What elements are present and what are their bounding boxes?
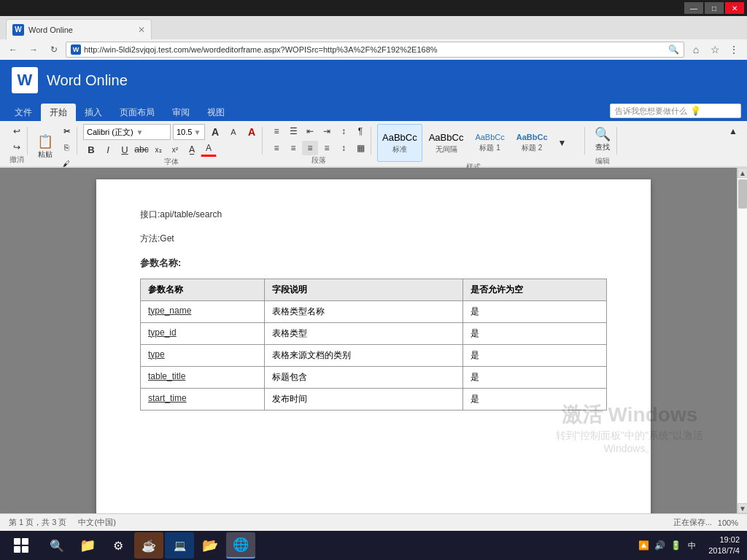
align-left-button[interactable]: ≡: [268, 141, 285, 155]
table-row: type_id 表格类型 是: [141, 322, 607, 344]
find-button[interactable]: 🔍 查找: [591, 124, 614, 156]
cut-button[interactable]: ✂: [58, 124, 74, 139]
home-button[interactable]: ⌂: [687, 41, 705, 58]
justify-button[interactable]: ≡: [319, 141, 335, 155]
settings-button[interactable]: ⋮: [725, 41, 743, 58]
taskbar-time-value: 19:02: [708, 534, 740, 545]
ribbon-collapse-button[interactable]: ▲: [725, 121, 741, 139]
align-right-button[interactable]: ≡: [302, 141, 318, 155]
tray-network-icon[interactable]: 🔼: [637, 539, 650, 552]
scroll-thumb[interactable]: [738, 179, 747, 209]
style-h1-button[interactable]: AaBbCc 标题 1: [470, 124, 509, 162]
taskbar-search[interactable]: 🔍: [42, 532, 71, 559]
forward-button[interactable]: →: [25, 41, 42, 58]
align-buttons-row: ≡ ≡ ≡ ≡ ↕ ▦: [268, 141, 368, 155]
tab-review[interactable]: 审阅: [163, 104, 198, 121]
word-logo: W: [12, 67, 38, 93]
font-family-selector[interactable]: Calibri (正文) ▼: [83, 124, 171, 140]
taskbar-file-explorer[interactable]: 📁: [73, 532, 102, 559]
tab-file[interactable]: 文件: [6, 104, 41, 121]
table-cell-nullable: 是: [463, 322, 607, 344]
taskbar-browser[interactable]: 🌐: [226, 532, 255, 559]
doc-table: 参数名称 字段说明 是否允许为空 type_name 表格类型名称 是 type…: [140, 279, 607, 411]
superscript-button[interactable]: x²: [167, 142, 183, 157]
line-spacing-button[interactable]: ↕: [336, 141, 352, 155]
edit-group: 🔍 查找 编辑: [588, 121, 617, 166]
find-label: 查找: [595, 142, 610, 152]
tab-view[interactable]: 视图: [198, 104, 233, 121]
increase-font-button[interactable]: A: [207, 125, 223, 139]
doc-heading-text: 参数名称:: [140, 257, 181, 268]
style-h2-button[interactable]: AaBbCc 标题 2: [511, 124, 553, 162]
shading-button[interactable]: ▦: [352, 141, 368, 155]
italic-button[interactable]: I: [100, 142, 116, 157]
clipboard-buttons: 📋 粘贴 ✂ ⎘ 🖌: [34, 124, 74, 171]
decrease-font-button[interactable]: A: [225, 125, 241, 139]
paste-button[interactable]: 📋 粘贴: [34, 133, 57, 162]
ribbon-tabs: 文件 开始 插入 页面布局 审阅 视图 告诉我您想要做什么 💡: [0, 101, 747, 121]
redo-button[interactable]: ↪: [9, 140, 25, 155]
sort-button[interactable]: ↕: [336, 124, 352, 139]
tell-me-bulb-icon: 💡: [690, 106, 701, 116]
numbering-button[interactable]: ☰: [285, 124, 301, 139]
start-sq-2: [22, 538, 28, 545]
copy-button[interactable]: ⎘: [58, 140, 74, 155]
back-button[interactable]: ←: [4, 41, 22, 58]
address-bar[interactable]: W http://win-5ldi2svjqoj.test.com/we/wor…: [66, 42, 684, 58]
star-button[interactable]: ☆: [706, 41, 724, 58]
font-color-btn2[interactable]: A: [201, 142, 217, 157]
scroll-down-button[interactable]: ▼: [738, 503, 747, 513]
underline-button[interactable]: U: [117, 142, 133, 157]
taskbar-tools[interactable]: ⚙: [104, 532, 133, 559]
minimize-button[interactable]: —: [684, 2, 703, 14]
refresh-button[interactable]: ↻: [45, 41, 63, 58]
taskbar-terminal[interactable]: 💻: [165, 532, 194, 559]
start-button[interactable]: [3, 532, 39, 559]
strikethrough-button[interactable]: abc: [133, 142, 150, 157]
watermark-line3: Windows。: [556, 442, 703, 455]
table-cell-param: type_id: [141, 322, 265, 344]
vertical-scrollbar[interactable]: ▲ ▼: [737, 168, 747, 513]
highlight-button[interactable]: A̲: [184, 142, 200, 157]
tab-insert[interactable]: 插入: [76, 104, 111, 121]
taskbar-java[interactable]: ☕: [134, 532, 163, 559]
taskbar-clock[interactable]: 19:02 2018/7/4: [704, 534, 744, 557]
tab-home[interactable]: 开始: [41, 104, 76, 121]
address-favicon: W: [71, 44, 81, 55]
list-buttons-row: ≡ ☰ ⇤ ⇥ ↕ ¶: [268, 124, 368, 139]
ribbon-toolbar: ↩ ↪ 撤消 📋 粘贴 ✂ ⎘ 🖌 剪贴板: [0, 121, 747, 168]
increase-indent-button[interactable]: ⇥: [319, 124, 335, 139]
table-cell-nullable: 是: [463, 344, 607, 366]
title-bar: — □ ✕: [0, 0, 747, 16]
show-marks-button[interactable]: ¶: [352, 124, 368, 139]
subscript-button[interactable]: x₂: [150, 142, 166, 157]
font-size-selector[interactable]: 10.5 ▼: [173, 124, 205, 140]
tray-volume-icon[interactable]: 🔊: [653, 539, 666, 552]
close-button[interactable]: ✕: [725, 2, 744, 14]
tell-me-input[interactable]: 告诉我您想要做什么 💡: [610, 104, 741, 118]
font-color-button[interactable]: A: [244, 125, 260, 139]
browser-chrome: W Word Online ✕ ← → ↻ W http://win-5ldi2…: [0, 16, 747, 60]
style-no-spacing-button[interactable]: AaBbCc 无间隔: [424, 124, 469, 162]
maximize-button[interactable]: □: [705, 2, 724, 14]
start-icon: [14, 538, 28, 553]
table-cell-desc: 表格类型名称: [264, 300, 463, 322]
table-cell-nullable: 是: [463, 388, 607, 410]
browser-tab-word[interactable]: W Word Online ✕: [6, 19, 152, 39]
style-normal-button[interactable]: AaBbCc 标准: [377, 124, 422, 162]
table-cell-desc: 表格来源文档的类别: [264, 344, 463, 366]
styles-more-button[interactable]: ▼: [554, 136, 570, 150]
tab-page-layout[interactable]: 页面布局: [111, 104, 163, 121]
decrease-indent-button[interactable]: ⇤: [302, 124, 318, 139]
tray-battery-icon[interactable]: 🔋: [669, 539, 682, 552]
bold-button[interactable]: B: [83, 142, 99, 157]
taskbar-folder[interactable]: 📂: [196, 532, 225, 559]
address-search-icon[interactable]: 🔍: [668, 44, 679, 55]
table-header-nullable: 是否允许为空: [463, 279, 607, 300]
tray-lang-icon[interactable]: 中: [685, 539, 698, 552]
tab-close-button[interactable]: ✕: [138, 25, 145, 35]
align-center-button[interactable]: ≡: [285, 141, 301, 155]
scroll-up-button[interactable]: ▲: [738, 168, 747, 178]
undo-button[interactable]: ↩: [9, 124, 25, 139]
bullets-button[interactable]: ≡: [268, 124, 285, 139]
